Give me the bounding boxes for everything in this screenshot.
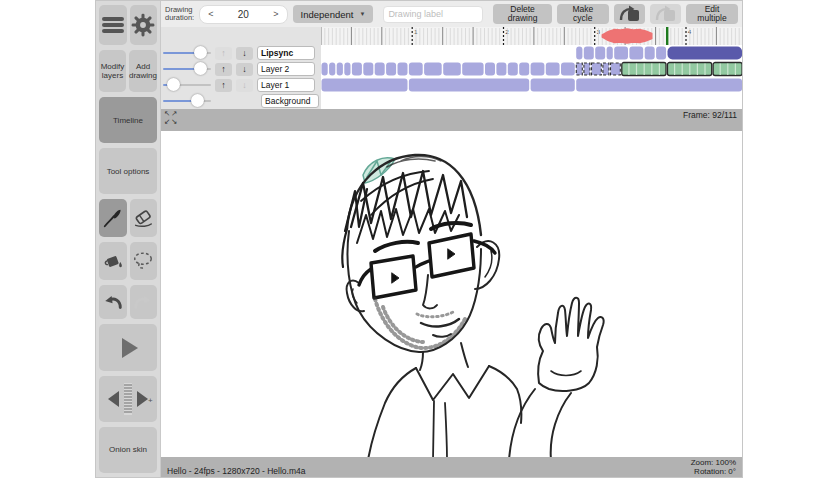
add-drawing-button[interactable]: Add drawing [129, 50, 157, 92]
timeline-tab-button[interactable]: Timeline [99, 97, 157, 143]
layer-opacity-slider[interactable] [163, 62, 211, 76]
drawing-cell[interactable] [576, 79, 742, 92]
delete-drawing-button[interactable]: Delete drawing [493, 4, 551, 24]
settings-button[interactable] [130, 5, 158, 45]
drawing-cell[interactable] [409, 79, 529, 92]
expand-timeline-button[interactable]: ↖↗ ↙↘ [164, 110, 179, 131]
drawing-label-input[interactable] [383, 6, 483, 23]
fill-tool-button[interactable] [99, 242, 127, 280]
play-icon [113, 334, 143, 362]
drawing-cell[interactable] [352, 63, 362, 76]
duration-decrement-button[interactable]: < [208, 9, 213, 19]
modify-layers-button[interactable]: Modify layers [99, 50, 126, 92]
drawing-cell[interactable] [424, 63, 442, 76]
zoom-level: Zoom: 100% [691, 458, 736, 467]
layer-move-down-button[interactable]: ↓ [236, 63, 253, 76]
cycle-source-cell[interactable] [610, 63, 620, 75]
layer-track[interactable] [321, 77, 742, 93]
layer-track[interactable] [321, 61, 742, 77]
layer-move-up-button[interactable]: ↑ [215, 47, 232, 60]
cycle-source-cell[interactable] [591, 63, 601, 75]
drawing-cell[interactable] [321, 79, 407, 92]
duration-increment-button[interactable]: > [273, 9, 278, 19]
drawing-cell[interactable] [462, 63, 483, 76]
play-button[interactable] [99, 324, 157, 370]
project-info: Hello - 24fps - 1280x720 - Hello.m4a [167, 466, 305, 476]
independence-dropdown[interactable]: Independent ▼ [293, 5, 374, 23]
timeline-ruler[interactable]: 1234 [321, 27, 742, 45]
drawing-cell[interactable] [485, 63, 495, 76]
layer-move-down-button[interactable]: ↓ [236, 47, 253, 60]
layer-move-up-button[interactable]: ↑ [215, 79, 232, 92]
layer-controls: ↑↓Layer 2 [161, 61, 321, 77]
slider-thumb[interactable] [194, 62, 207, 75]
drawing-cell[interactable] [321, 63, 327, 76]
drawing-cell[interactable] [329, 63, 335, 76]
drawing-cell[interactable] [519, 63, 529, 76]
frame-scrubber[interactable]: + [99, 376, 157, 422]
layer-move-up-button[interactable]: ↑ [215, 63, 232, 76]
tool-options-button[interactable]: Tool options [99, 148, 157, 194]
drawing-cell[interactable] [336, 63, 342, 76]
drawing-cell[interactable] [386, 63, 396, 76]
eraser-tool-button[interactable] [130, 199, 158, 237]
status-bar: Hello - 24fps - 1280x720 - Hello.m4a Zoo… [161, 457, 742, 477]
layer-name-box[interactable]: Layer 2 [257, 62, 315, 76]
drawing-cell[interactable] [374, 63, 384, 76]
slider-thumb[interactable] [194, 46, 207, 59]
drawing-cell[interactable] [656, 47, 666, 60]
drawing-cell[interactable] [397, 63, 407, 76]
drawing-cell[interactable] [530, 63, 544, 76]
copy-drawing-button[interactable] [614, 4, 645, 24]
drawing-cell[interactable] [443, 63, 461, 76]
layer-opacity-slider[interactable] [163, 46, 211, 60]
independence-dropdown-value: Independent [301, 9, 354, 20]
drawing-cell[interactable] [644, 47, 654, 60]
layer-name-box[interactable]: Layer 1 [257, 78, 315, 92]
drawing-cell[interactable] [496, 63, 506, 76]
layer-name-box[interactable]: Background [261, 94, 319, 108]
selected-drawing-cell[interactable] [667, 47, 742, 60]
ruler-label-spacer [161, 27, 321, 45]
drawing-cell[interactable] [409, 63, 423, 76]
drawing-cell[interactable] [595, 47, 605, 60]
drawing-cell[interactable] [584, 47, 594, 60]
cycle-source-cell[interactable] [603, 63, 609, 75]
brush-tool-button[interactable] [99, 199, 127, 237]
drawing-cell[interactable] [530, 79, 574, 92]
layer-move-down-button[interactable]: ↓ [236, 79, 253, 92]
drawing-cell[interactable] [606, 47, 612, 60]
layer-name-box[interactable]: Lipsync [257, 46, 315, 60]
make-cycle-button[interactable]: Make cycle [557, 4, 609, 24]
layer-track[interactable] [321, 93, 742, 109]
drawing-cell[interactable] [508, 63, 518, 76]
rotation-value: Rotation: 0° [691, 467, 736, 476]
cycle-source-cell[interactable] [584, 63, 590, 75]
onion-skin-button[interactable]: Onion skin [99, 427, 157, 473]
drawing-cell[interactable] [363, 63, 373, 76]
edit-multiple-button[interactable]: Edit multiple [686, 4, 738, 24]
drawing-canvas[interactable] [161, 131, 742, 457]
slider-thumb[interactable] [167, 78, 180, 91]
layer-track[interactable] [321, 45, 742, 61]
drawing-cell[interactable] [576, 47, 582, 60]
redo-button[interactable] [130, 285, 158, 319]
paste-drawing-button[interactable] [650, 4, 681, 24]
character-sketch [161, 131, 742, 457]
menu-button[interactable] [99, 5, 127, 45]
brush-icon [102, 207, 124, 229]
undo-button[interactable] [99, 285, 127, 319]
lasso-tool-button[interactable] [130, 242, 158, 280]
drawing-cell[interactable] [344, 63, 350, 76]
drawing-cell[interactable] [629, 47, 643, 60]
layer-opacity-slider[interactable] [163, 78, 211, 92]
drawing-cell[interactable] [561, 63, 575, 76]
playhead[interactable] [666, 27, 668, 45]
redo-icon [132, 292, 154, 312]
cycle-source-cell[interactable] [576, 63, 582, 75]
drawing-cell[interactable] [614, 47, 628, 60]
slider-thumb[interactable] [191, 94, 204, 107]
drawing-cell[interactable] [546, 63, 560, 76]
add-drawing-label: Add drawing [129, 62, 157, 80]
layer-opacity-slider[interactable] [163, 94, 211, 108]
